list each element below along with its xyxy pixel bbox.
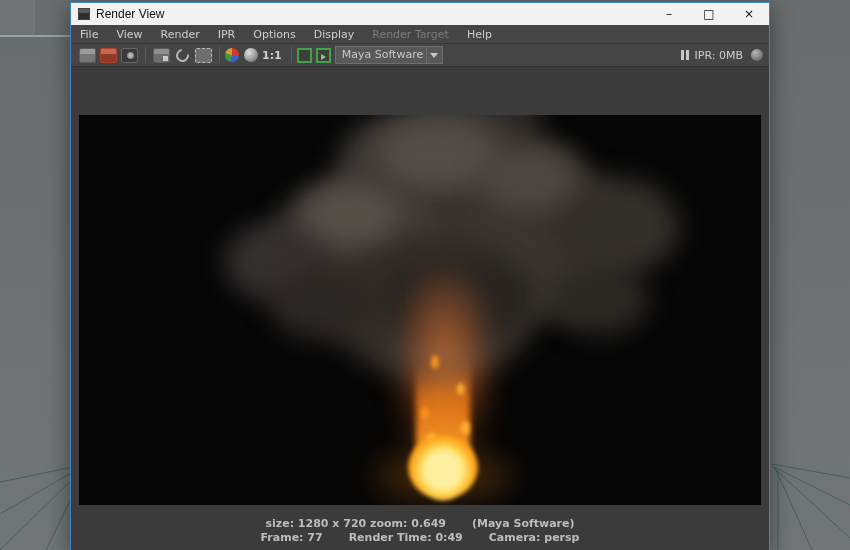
toolbar: 1:1 Maya Software IPR: 0MB: [71, 44, 769, 67]
toolbar-separator: [145, 47, 146, 63]
refresh-ipr-icon[interactable]: [173, 46, 191, 64]
status-camera: Camera: persp: [489, 531, 580, 544]
menu-render[interactable]: Render: [152, 25, 209, 44]
pause-ipr-icon[interactable]: [681, 50, 689, 60]
redo-previous-render-icon[interactable]: [100, 48, 117, 63]
maximize-button[interactable]: □: [689, 3, 729, 25]
close-button[interactable]: ×: [729, 3, 769, 25]
app-icon: [78, 8, 90, 20]
remove-image-icon[interactable]: [316, 48, 331, 63]
status-render-time: Render Time: 0:49: [349, 531, 463, 544]
status-renderer: (Maya Software): [472, 517, 575, 530]
menu-view[interactable]: View: [107, 25, 151, 44]
snapshot-camera-icon[interactable]: [121, 48, 138, 63]
toolbar-separator: [291, 47, 292, 63]
ipr-render-icon[interactable]: [153, 48, 170, 63]
status-size-zoom: size: 1280 x 720 zoom: 0.649: [265, 517, 446, 530]
render-view-window: Render View – □ × File View Render IPR O…: [70, 2, 770, 550]
menu-render-target: Render Target: [363, 25, 458, 44]
status-frame: Frame: 77: [261, 531, 323, 544]
ipr-memory-status: IPR: 0MB: [695, 49, 743, 62]
window-title: Render View: [96, 7, 164, 21]
render-work-area: size: 1280 x 720 zoom: 0.649 (Maya Softw…: [71, 115, 769, 550]
renderer-dropdown[interactable]: Maya Software: [335, 46, 443, 64]
real-size-button[interactable]: 1:1: [262, 49, 282, 62]
render-status-bar: size: 1280 x 720 zoom: 0.649 (Maya Softw…: [71, 517, 769, 544]
renderer-dropdown-value[interactable]: Maya Software: [335, 46, 427, 64]
chevron-down-icon[interactable]: [427, 46, 443, 64]
menu-help[interactable]: Help: [458, 25, 501, 44]
ipr-region-icon[interactable]: [195, 48, 212, 63]
menu-ipr[interactable]: IPR: [209, 25, 245, 44]
menu-bar: File View Render IPR Options Display Ren…: [71, 25, 769, 44]
menu-display[interactable]: Display: [305, 25, 364, 44]
toolbar-separator: [219, 47, 220, 63]
alpha-channel-icon[interactable]: [244, 48, 258, 62]
ipr-status-ball-icon: [751, 49, 763, 61]
menu-options[interactable]: Options: [244, 25, 304, 44]
keep-image-icon[interactable]: [297, 48, 312, 63]
rendered-fire-smoke-image[interactable]: [79, 115, 761, 505]
render-current-frame-icon[interactable]: [79, 48, 96, 63]
rgb-channels-icon[interactable]: [225, 48, 239, 62]
menu-file[interactable]: File: [71, 25, 107, 44]
title-bar[interactable]: Render View – □ ×: [71, 3, 769, 25]
minimize-button[interactable]: –: [649, 3, 689, 25]
